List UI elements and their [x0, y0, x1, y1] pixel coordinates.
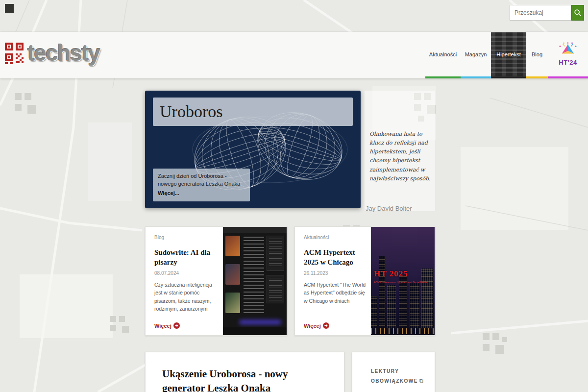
card-category: Aktualności	[304, 235, 368, 240]
card-excerpt: ACM Hypertext "The World as Hypertext" o…	[304, 281, 368, 305]
thumb-text-lines	[244, 237, 264, 314]
antenna	[381, 247, 381, 256]
card-category: Blog	[154, 235, 219, 240]
building-silhouette	[371, 296, 377, 328]
hero-title: Uroboros	[153, 98, 353, 126]
ht24-label: HT'24	[559, 59, 577, 66]
article-card-hypertext[interactable]: Aktualności ACM Hypertext 2025 w Chicago…	[294, 226, 435, 336]
quote-panel: Olinkowana lista to klucz do refleksji n…	[365, 91, 435, 211]
arrow-circle-icon: ➜	[323, 322, 329, 329]
poster-thumb	[225, 293, 240, 313]
site-logo[interactable]: techsty	[5, 43, 99, 64]
techsty-logo-icon	[5, 43, 24, 64]
thumb-side-panel	[267, 275, 284, 303]
ht2025-overlay-title: HT 2025	[374, 269, 408, 279]
article-card-sudowrite[interactable]: Blog Sudowrite: AI dla pisarzy 08.07.202…	[145, 226, 287, 336]
main-navigation: Aktualności Magazyn Hipertekst Blog HT'2…	[425, 32, 588, 78]
card-more-label: Więcej	[304, 323, 321, 329]
hero-caption: Zacznij dzień od Uroborosa - nowego gene…	[153, 169, 250, 201]
card-body: Aktualności ACM Hypertext 2025 w Chicago…	[295, 227, 372, 335]
ht2025-overlay-subtitle: ACM Conference on Hypertext and Social M…	[374, 281, 433, 284]
building-silhouette	[421, 269, 433, 328]
card-date: 08.07.2024	[154, 270, 219, 276]
quote-text: Olinkowana lista to klucz do refleksji n…	[369, 130, 432, 183]
lektury-card[interactable]: LEKTURY OBOWIĄZKOWE⧉	[352, 352, 435, 392]
card-more-link[interactable]: Więcej ➜	[154, 322, 180, 329]
arrow-circle-icon: ➜	[173, 322, 180, 329]
chicago-thumbnail: HT 2025 ACM Conference on Hypertext and …	[371, 227, 435, 335]
bottom-article-card[interactable]: Ukąszenie Uroborosa - nowy generator Les…	[145, 352, 344, 392]
nav-magazyn[interactable]: Magazyn	[461, 32, 491, 78]
card-body: Blog Sudowrite: AI dla pisarzy 08.07.202…	[146, 227, 223, 335]
search-input[interactable]	[510, 5, 571, 21]
quote-author: Jay David Bolter	[366, 205, 412, 212]
poster-thumb	[225, 236, 240, 256]
lektury-label: LEKTURY OBOWIĄZKOWE	[371, 368, 418, 384]
card-date: 26.11.2023	[304, 270, 368, 276]
nav-aktualnosci[interactable]: Aktualności	[425, 32, 461, 78]
street-lights	[371, 328, 435, 334]
building-silhouette	[379, 256, 385, 328]
thumb-purple-glow	[240, 320, 281, 324]
hero-card[interactable]: Uroboros Zacznij dzień od Uroborosa - no…	[145, 91, 361, 208]
card-excerpt: Czy sztuczna inteligencja jest w stanie …	[154, 281, 219, 313]
external-link-icon: ⧉	[419, 378, 423, 384]
search-button[interactable]	[571, 5, 584, 21]
logo-text: techsty	[27, 43, 99, 64]
search-icon	[574, 9, 582, 17]
sudowrite-thumbnail	[223, 227, 287, 335]
building-silhouette	[387, 285, 396, 328]
poster-thumb	[225, 264, 240, 285]
card-more-label: Więcej	[154, 323, 172, 329]
nav-blog[interactable]: Blog	[526, 32, 548, 78]
hero-caption-text: Zacznij dzień od Uroborosa - nowego gene…	[158, 173, 240, 187]
card-title[interactable]: Sudowrite: AI dla pisarzy	[154, 248, 219, 267]
ht24-logo-icon	[557, 42, 579, 58]
thumb-bottom-bar	[223, 327, 287, 335]
nav-hipertekst[interactable]: Hipertekst	[491, 32, 526, 78]
thumb-side-panel	[267, 236, 284, 271]
search-bar	[510, 5, 584, 21]
card-title[interactable]: ACM Hypertext 2025 w Chicago	[304, 248, 368, 267]
nav-ht24[interactable]: HT'24	[548, 32, 588, 78]
bottom-article-title[interactable]: Ukąszenie Uroborosa - nowy generator Les…	[162, 367, 327, 392]
header: techsty Aktualności Magazyn Hipertekst B…	[0, 32, 588, 78]
thumb-topbar	[223, 227, 287, 233]
card-more-link[interactable]: Więcej ➜	[304, 322, 329, 329]
building-silhouette	[410, 283, 419, 328]
hero-more-link[interactable]: Więcej...	[158, 190, 245, 197]
